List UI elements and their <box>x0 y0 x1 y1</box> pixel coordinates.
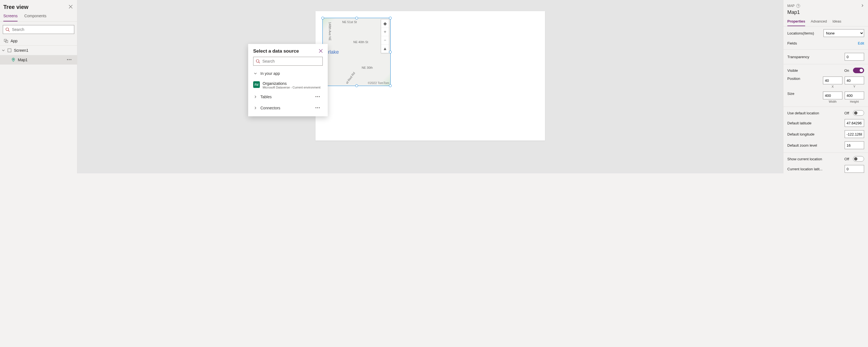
screen-icon <box>7 48 12 53</box>
ds-section-label: In your app <box>260 71 280 76</box>
map-zoom-controls: ◆ ＋ － ▲ <box>381 19 389 53</box>
chevron-down-icon <box>253 71 258 76</box>
ds-item-subtitle: Microsoft Dataverse - Current environmen… <box>262 86 320 89</box>
ds-item-organizations[interactable]: Organizations Microsoft Dataverse - Curr… <box>248 79 328 91</box>
prop-fields-label: Fields <box>787 41 856 45</box>
prop-default-lon-label: Default longitude <box>787 132 842 136</box>
tab-screens[interactable]: Screens <box>3 11 18 22</box>
svg-rect-3 <box>8 49 11 52</box>
ds-item-title: Organizations <box>262 81 320 86</box>
close-icon[interactable] <box>319 49 323 54</box>
more-icon[interactable]: ••• <box>315 106 323 110</box>
resize-handle[interactable] <box>389 84 392 87</box>
prop-default-zoom-label: Default zoom level <box>787 143 842 148</box>
svg-point-5 <box>256 60 259 62</box>
prop-position-label: Position <box>787 76 821 81</box>
control-type-label: MAP <box>787 4 795 8</box>
map-road-label: NE 30th <box>362 66 373 69</box>
ds-search-box[interactable] <box>253 57 323 66</box>
tree-search-box[interactable] <box>3 25 74 34</box>
resize-handle[interactable] <box>389 51 392 54</box>
ds-popup-title: Select a data source <box>253 49 299 54</box>
prop-transparency-label: Transparency <box>787 55 842 59</box>
canvas-area: 148th Ave NE NE 51st St NE 40th St NE 30… <box>78 0 783 174</box>
tab-components[interactable]: Components <box>24 11 46 22</box>
chevron-right-icon <box>253 106 258 110</box>
more-icon[interactable]: ••• <box>315 95 323 99</box>
more-icon[interactable]: ••• <box>67 58 74 62</box>
prop-position-y-input[interactable] <box>845 76 864 84</box>
prop-use-default-location-toggle[interactable] <box>853 110 864 116</box>
map-road-label: 148th Ave NE <box>328 22 332 41</box>
prop-position-y-sublabel: Y <box>853 85 855 88</box>
prop-locations-select[interactable]: None <box>824 29 864 37</box>
prop-use-default-location-label: Use default location <box>787 111 842 115</box>
prop-size-label: Size <box>787 92 821 96</box>
prop-current-lat-input[interactable] <box>845 165 864 173</box>
map-compass-button[interactable]: ◆ <box>381 20 389 28</box>
prop-use-default-location-state: Off <box>844 111 849 115</box>
prop-show-current-label: Show current location <box>787 157 842 161</box>
tab-ideas[interactable]: Ideas <box>832 18 841 26</box>
svg-point-0 <box>6 28 9 31</box>
tree-row-app[interactable]: App <box>0 36 77 45</box>
tree-search-input[interactable] <box>12 27 72 32</box>
tree-map-label: Map1 <box>18 58 28 62</box>
ds-section-tables[interactable]: Tables ••• <box>248 91 328 102</box>
map-control-map1[interactable]: 148th Ave NE NE 51st St NE 40th St NE 30… <box>322 18 391 86</box>
chevron-right-icon <box>253 95 258 99</box>
prop-visible-state: On <box>844 68 849 73</box>
prop-visible-label: Visible <box>787 68 842 73</box>
map-zoom-out-button[interactable]: － <box>381 36 389 44</box>
prop-position-x-input[interactable] <box>823 76 842 84</box>
tab-advanced[interactable]: Advanced <box>811 18 827 26</box>
data-source-popup: Select a data source In your app <box>248 44 328 116</box>
resize-handle[interactable] <box>389 17 392 20</box>
prop-visible-toggle[interactable] <box>853 68 864 73</box>
prop-show-current-toggle[interactable] <box>853 156 864 162</box>
fields-edit-link[interactable]: Edit <box>858 41 864 45</box>
prop-transparency-input[interactable] <box>845 53 864 61</box>
tree-app-label: App <box>10 39 18 43</box>
prop-position-x-sublabel: X <box>832 85 834 88</box>
tree-screen-label: Screen1 <box>14 48 28 53</box>
tree-view-title: Tree view <box>3 4 28 10</box>
properties-panel: MAP ? Map1 Properties Advanced Ideas Loc… <box>783 0 868 174</box>
tree-row-map1[interactable]: Map1 ••• <box>0 55 77 65</box>
ds-section-in-your-app[interactable]: In your app <box>248 68 328 79</box>
prop-width-sublabel: Width <box>829 100 837 103</box>
prop-height-input[interactable] <box>845 92 864 99</box>
resize-handle[interactable] <box>355 84 358 87</box>
map-face: 148th Ave NE NE 51st St NE 40th St NE 30… <box>323 18 390 86</box>
resize-handle[interactable] <box>321 17 324 20</box>
resize-handle[interactable] <box>355 17 358 20</box>
tree-row-screen1[interactable]: Screen1 <box>0 45 77 55</box>
close-icon[interactable] <box>69 5 72 10</box>
ds-section-connectors[interactable]: Connectors ••• <box>248 102 328 114</box>
prop-default-lat-input[interactable] <box>845 119 864 127</box>
prop-locations-label: Locations(Items) <box>787 31 821 35</box>
ds-section-label: Tables <box>260 95 272 99</box>
map-zoom-in-button[interactable]: ＋ <box>381 28 389 36</box>
map-road-label: el Red Rd <box>345 71 356 85</box>
dataverse-icon <box>253 81 260 88</box>
prop-current-lat-label: Current location latit... <box>787 167 842 171</box>
ds-search-input[interactable] <box>262 59 320 63</box>
tree-view-panel: Tree view Screens Components App <box>0 0 78 174</box>
expand-icon[interactable] <box>861 3 864 8</box>
prop-default-zoom-input[interactable] <box>845 141 864 149</box>
app-canvas-screen1[interactable]: 148th Ave NE NE 51st St NE 40th St NE 30… <box>315 11 545 140</box>
svg-point-4 <box>13 59 14 60</box>
prop-show-current-state: Off <box>844 157 849 161</box>
ds-section-label: Connectors <box>260 106 280 110</box>
prop-width-input[interactable] <box>823 92 842 99</box>
prop-height-sublabel: Height <box>850 100 859 103</box>
tab-properties[interactable]: Properties <box>787 18 805 26</box>
map-attribution: ©2022 TomTom <box>368 81 389 85</box>
prop-default-lon-input[interactable] <box>845 130 864 138</box>
help-icon[interactable]: ? <box>796 4 800 8</box>
map-road-label: NE 51st St <box>342 20 357 24</box>
map-icon <box>11 58 16 62</box>
map-pitch-button[interactable]: ▲ <box>381 44 389 53</box>
chevron-down-icon[interactable] <box>2 49 5 52</box>
